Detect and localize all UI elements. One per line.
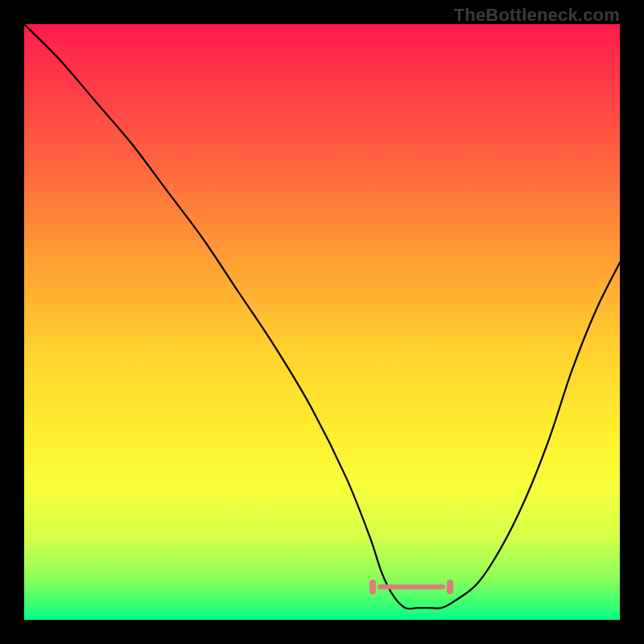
bottleneck-curve (24, 24, 620, 620)
range-cap-left (369, 580, 376, 594)
chart-frame: TheBottleneck.com (0, 0, 644, 644)
watermark-text: TheBottleneck.com (454, 5, 620, 26)
range-cap-right (447, 580, 453, 594)
plot-area (24, 24, 620, 620)
range-bar (378, 584, 445, 589)
recommended-range-indicator (369, 581, 453, 592)
curve-path (24, 24, 620, 609)
